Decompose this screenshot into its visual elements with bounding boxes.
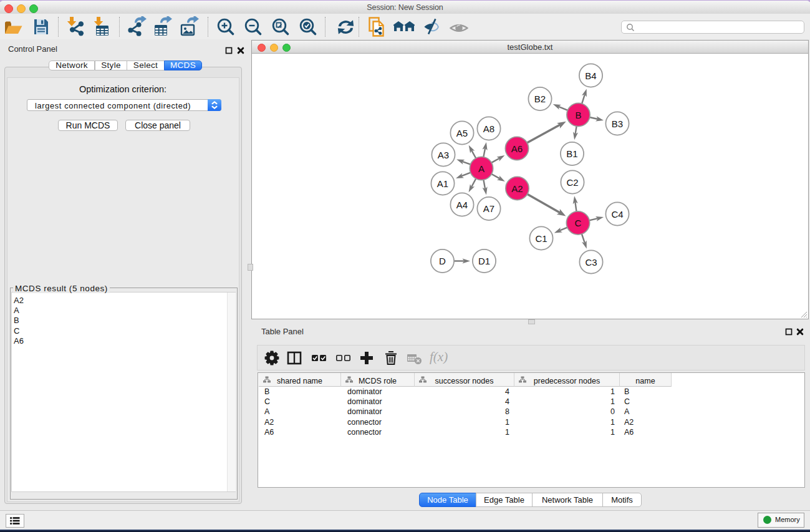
svg-text:C: C	[575, 218, 582, 228]
svg-text:B3: B3	[612, 118, 623, 129]
svg-text:A8: A8	[483, 123, 494, 134]
svg-text:C4: C4	[611, 209, 623, 220]
svg-text:A1: A1	[437, 178, 448, 189]
svg-text:B4: B4	[585, 70, 596, 81]
svg-text:C3: C3	[585, 257, 597, 268]
svg-text:C2: C2	[566, 177, 578, 188]
svg-text:A3: A3	[438, 150, 449, 160]
svg-text:C1: C1	[535, 233, 547, 244]
svg-text:A4: A4	[456, 200, 468, 210]
svg-text:B1: B1	[566, 148, 577, 159]
svg-text:D1: D1	[478, 256, 490, 266]
svg-text:D: D	[439, 256, 446, 266]
svg-text:B2: B2	[534, 94, 546, 104]
svg-text:A7: A7	[483, 203, 494, 214]
svg-text:A: A	[478, 163, 485, 174]
svg-text:A6: A6	[511, 143, 523, 154]
svg-text:A2: A2	[511, 183, 523, 194]
svg-text:B: B	[575, 110, 581, 120]
svg-text:A5: A5	[456, 128, 468, 138]
